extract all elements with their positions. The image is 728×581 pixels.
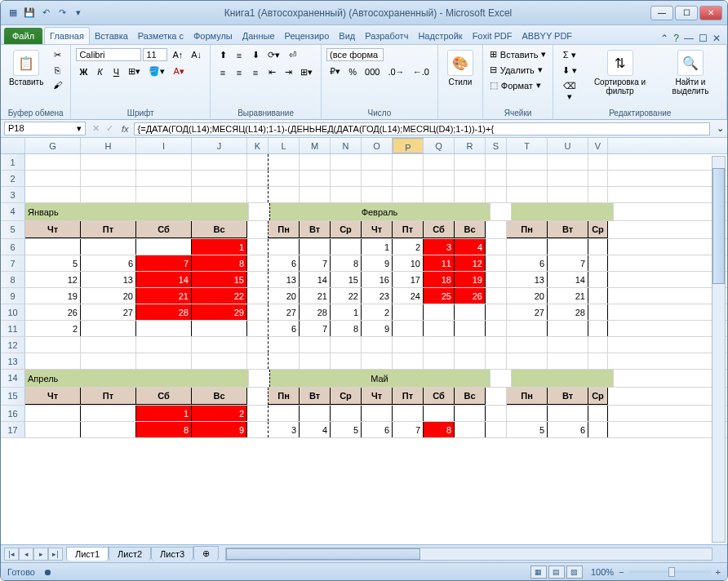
calendar-cell[interactable]: 20	[507, 288, 548, 304]
cell[interactable]	[136, 154, 192, 170]
calendar-cell[interactable]	[588, 304, 608, 320]
calendar-cell[interactable]	[300, 239, 331, 255]
cell[interactable]	[300, 171, 331, 186]
row-header[interactable]: 3	[1, 187, 25, 202]
cell[interactable]	[81, 337, 136, 353]
row-header[interactable]: 5	[1, 221, 25, 238]
calendar-cell[interactable]: 8	[136, 422, 192, 437]
calendar-cell[interactable]: 3	[424, 239, 455, 255]
cell[interactable]	[247, 406, 269, 421]
cell[interactable]	[247, 337, 269, 353]
cell[interactable]	[331, 154, 362, 170]
col-header[interactable]: Q	[424, 138, 455, 153]
calendar-cell[interactable]	[588, 272, 608, 287]
cell[interactable]	[486, 154, 507, 170]
formula-bar[interactable]: {=ДАТА(ГОД(L14);МЕСЯЦ(L14);1-1)-(ДЕНЬНЕД…	[134, 122, 710, 135]
cell[interactable]	[81, 187, 136, 202]
cell[interactable]	[25, 171, 81, 186]
calendar-cell[interactable]	[588, 406, 608, 421]
zoom-out-button[interactable]: −	[619, 567, 624, 577]
cell[interactable]	[300, 337, 331, 353]
calendar-cell[interactable]	[25, 239, 81, 255]
orientation-button[interactable]: ⟳▾	[264, 48, 283, 62]
month-header[interactable]	[512, 370, 614, 387]
autosum-button[interactable]: Σ ▾	[558, 48, 580, 62]
increase-indent-button[interactable]: ⇥	[281, 65, 295, 79]
month-header[interactable]: Февраль	[270, 203, 491, 220]
redo-icon[interactable]: ↷	[55, 6, 69, 20]
calendar-cell[interactable]: 5	[25, 255, 81, 271]
calendar-cell[interactable]	[136, 239, 192, 255]
cell[interactable]	[136, 187, 192, 202]
align-center-button[interactable]: ≡	[232, 66, 246, 79]
calendar-cell[interactable]: 6	[269, 255, 300, 271]
day-header[interactable]: Вс	[455, 388, 486, 405]
row-header[interactable]: 14	[1, 370, 25, 387]
calendar-cell[interactable]	[331, 239, 362, 255]
cell[interactable]	[486, 255, 507, 271]
cell[interactable]	[247, 187, 269, 202]
minimize-ribbon-icon[interactable]: ⌃	[660, 33, 668, 44]
month-header[interactable]	[512, 203, 614, 220]
calendar-cell[interactable]: 14	[300, 272, 331, 287]
expand-formula-icon[interactable]: ⌄	[713, 123, 727, 134]
calendar-cell[interactable]	[25, 422, 81, 437]
calendar-cell[interactable]	[81, 321, 136, 336]
cell[interactable]	[486, 304, 507, 320]
cell[interactable]	[25, 154, 81, 170]
cell[interactable]	[588, 187, 608, 202]
day-header[interactable]: Ср	[588, 388, 608, 405]
cell[interactable]	[507, 187, 548, 202]
calendar-cell[interactable]: 21	[300, 288, 331, 304]
decrease-decimal-button[interactable]: ←.0	[410, 65, 433, 78]
cut-button[interactable]: ✂	[50, 48, 65, 62]
undo-icon[interactable]: ↶	[38, 6, 53, 20]
wrap-text-button[interactable]: ⏎	[285, 48, 300, 62]
font-size-select[interactable]	[143, 48, 167, 61]
calendar-cell[interactable]: 26	[25, 304, 81, 320]
fill-color-button[interactable]: 🪣▾	[145, 64, 168, 78]
clear-button[interactable]: ⌫ ▾	[558, 79, 580, 104]
cell[interactable]	[507, 171, 548, 186]
col-header[interactable]: U	[548, 138, 588, 153]
cell[interactable]	[192, 353, 247, 369]
col-header[interactable]: R	[455, 138, 486, 153]
calendar-cell[interactable]: 2	[25, 321, 81, 336]
day-header[interactable]: Вт	[548, 221, 588, 238]
paste-button[interactable]: 📋 Вставить	[6, 48, 47, 88]
cell[interactable]	[486, 272, 507, 287]
cell[interactable]	[486, 321, 507, 336]
cell[interactable]	[269, 171, 300, 186]
calendar-cell[interactable]: 13	[81, 272, 136, 287]
row-header[interactable]: 11	[1, 321, 25, 336]
page-layout-view-button[interactable]: ▤	[548, 565, 565, 579]
cell[interactable]	[192, 154, 247, 170]
calendar-cell[interactable]: 13	[507, 272, 548, 287]
cell[interactable]	[331, 353, 362, 369]
month-header[interactable]: Январь	[25, 203, 249, 220]
calendar-cell[interactable]: 18	[424, 272, 455, 287]
col-header[interactable]: G	[25, 138, 81, 153]
cell[interactable]	[362, 353, 393, 369]
cell[interactable]	[486, 353, 507, 369]
calendar-cell[interactable]: 14	[548, 272, 588, 287]
calendar-cell[interactable]: 8	[331, 321, 362, 336]
calendar-cell[interactable]	[588, 422, 608, 437]
insert-cells-button[interactable]: ⊞ Вставить ▾	[488, 48, 548, 60]
calendar-cell[interactable]: 1	[362, 239, 393, 255]
cell[interactable]	[424, 187, 455, 202]
calendar-cell[interactable]	[588, 255, 608, 271]
col-header[interactable]: H	[81, 138, 136, 153]
calendar-cell[interactable]: 15	[331, 272, 362, 287]
row-header[interactable]: 4	[1, 203, 25, 220]
maximize-button[interactable]: ☐	[675, 6, 698, 20]
cell[interactable]	[455, 171, 486, 186]
tab-layout[interactable]: Разметка с	[133, 28, 189, 44]
cell[interactable]	[25, 187, 81, 202]
day-header[interactable]: Пт	[393, 221, 424, 238]
calendar-cell[interactable]	[269, 406, 300, 421]
sheet-nav-prev[interactable]: ◂	[19, 548, 33, 561]
calendar-cell[interactable]: 4	[455, 239, 486, 255]
day-header[interactable]: Вт	[300, 221, 331, 238]
sheet-nav-next[interactable]: ▸	[33, 548, 48, 561]
